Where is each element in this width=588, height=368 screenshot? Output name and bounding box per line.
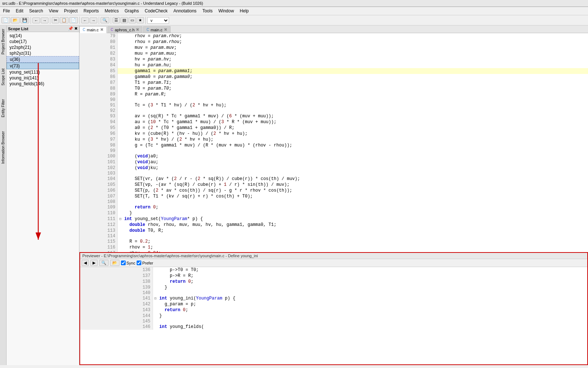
toolbar-new[interactable]: 📄 bbox=[1, 17, 10, 23]
code-line-109: 109 return 0; bbox=[79, 204, 588, 210]
toolbar-dropdown[interactable]: v bbox=[147, 17, 169, 24]
menu-project[interactable]: Project bbox=[61, 8, 81, 14]
menu-metrics[interactable]: Metrics bbox=[102, 8, 122, 14]
scope-pin-icon[interactable]: 📌 bbox=[68, 26, 73, 31]
code-content-84: hu = param.hu; bbox=[123, 62, 588, 68]
prev-content-139: } bbox=[158, 285, 587, 290]
code-line-110: 110 } bbox=[79, 210, 588, 216]
menu-reports[interactable]: Reports bbox=[81, 8, 102, 14]
tab-close-2[interactable]: ✖ bbox=[136, 27, 139, 32]
line-fold-111[interactable]: ⊟ bbox=[118, 216, 123, 222]
scope-header: Scope List 📌 ✖ bbox=[7, 26, 79, 32]
toolbar-save[interactable]: 💾 bbox=[20, 17, 29, 23]
main-layout: Project Browser Scope List Entity Filter… bbox=[0, 26, 588, 365]
tab-close-1[interactable]: ✖ bbox=[100, 27, 103, 32]
prev-fold-141[interactable]: ⊟ bbox=[153, 295, 158, 301]
previewer-open-btn[interactable]: 📂 bbox=[110, 260, 119, 266]
toolbar-open[interactable]: 📂 bbox=[11, 17, 20, 23]
previewer-prefer-checkbox[interactable] bbox=[137, 261, 141, 265]
toolbar-search[interactable]: 🔍 bbox=[101, 17, 109, 23]
menu-tools[interactable]: Tools bbox=[199, 8, 215, 14]
code-content-112: double rhov, rhou, muv, muu, hv, hu, gam… bbox=[123, 222, 588, 228]
scope-item-3[interactable]: sph2yz(31) bbox=[7, 50, 79, 56]
menu-search[interactable]: Search bbox=[26, 8, 46, 14]
line-fold-90 bbox=[118, 97, 123, 102]
tab-information-browser[interactable]: Information Browser bbox=[0, 130, 6, 165]
line-fold-80 bbox=[118, 39, 123, 45]
toolbar-grid3[interactable]: ▭ bbox=[129, 17, 136, 23]
code-line-98: 98 g = (Tc * gamma1 * muv) / (R * (muv +… bbox=[79, 142, 588, 148]
code-content-79: rhov = param.rhov; bbox=[123, 33, 588, 39]
tab-close-3[interactable]: ✖ bbox=[164, 27, 167, 32]
previewer-sync-checkbox[interactable] bbox=[121, 261, 126, 265]
toolbar-cut[interactable]: ✂ bbox=[52, 17, 59, 23]
menu-graphs[interactable]: Graphs bbox=[122, 8, 142, 14]
menu-annotations[interactable]: Annotations bbox=[170, 8, 199, 14]
menu-edit[interactable]: Edit bbox=[13, 8, 26, 14]
previewer-back-btn[interactable]: ◀ bbox=[82, 260, 89, 266]
toolbar-sep-5 bbox=[111, 17, 111, 24]
previewer-sync-check[interactable]: Sync bbox=[121, 261, 135, 265]
line-number-99: 99 bbox=[79, 148, 118, 153]
line-fold-116 bbox=[118, 244, 123, 250]
toolbar-back[interactable]: ← bbox=[81, 17, 89, 23]
toolbar-grid2[interactable]: ▤ bbox=[121, 17, 128, 23]
menu-codecheck[interactable]: CodeCheck bbox=[142, 8, 170, 14]
prev-fold-145 bbox=[153, 319, 158, 324]
scope-item-8[interactable]: young_fields(146) bbox=[7, 81, 79, 87]
tab-main-c-1[interactable]: C main.c ✖ bbox=[79, 26, 107, 33]
scope-item-4[interactable]: u(36) bbox=[7, 56, 79, 63]
line-number-101: 101 bbox=[79, 159, 118, 165]
tab-entity-filter[interactable]: Entity Filter bbox=[0, 98, 6, 119]
tab-main-c-2[interactable]: C main.c ✖ bbox=[143, 26, 170, 33]
code-line-84: 84 hu = param.hu; bbox=[79, 62, 588, 68]
tab-scope-list[interactable]: Scope List bbox=[0, 67, 6, 87]
scope-item-7[interactable]: young_ini(141) bbox=[7, 75, 79, 81]
line-fold-79 bbox=[118, 33, 123, 39]
code-content-89: R = param.R; bbox=[123, 91, 588, 97]
toolbar-copy[interactable]: 📋 bbox=[60, 17, 68, 23]
code-line-94: 94 au = (10 * Tc * gamma1 * muu) / (3 * … bbox=[79, 119, 588, 125]
scope-item-5[interactable]: v(73) bbox=[7, 63, 79, 69]
line-number-114: 114 bbox=[79, 234, 118, 239]
menu-window[interactable]: Window bbox=[215, 8, 237, 14]
prev-fold-143 bbox=[153, 307, 158, 313]
line-number-116: 116 bbox=[79, 244, 118, 250]
previewer-code[interactable]: 136 p->T0 = T0;137 p->R = R;138 return 0… bbox=[80, 267, 587, 364]
title-text: src.udb - E:\Programming\src\aphros-mast… bbox=[2, 1, 203, 5]
code-line-106: 106 SET(p, (2 * av * cos(th)) / sq(r) - … bbox=[79, 188, 588, 193]
previewer-code-table: 136 p->T0 = T0;137 p->R = R;138 return 0… bbox=[80, 267, 587, 330]
scope-item-6[interactable]: young_set(111) bbox=[7, 69, 79, 75]
tab-project-browser[interactable]: Project Browser bbox=[0, 27, 6, 56]
toolbar-forward[interactable]: → bbox=[90, 17, 97, 23]
scope-item-0[interactable]: sq(14) bbox=[7, 33, 79, 39]
menu-help[interactable]: Help bbox=[237, 8, 252, 14]
tab-aphros-c-h[interactable]: C aphros_c.h ✖ bbox=[107, 26, 143, 33]
menu-view[interactable]: View bbox=[46, 8, 61, 14]
toolbar-star[interactable]: ★ bbox=[137, 17, 144, 23]
toolbar-grid1[interactable]: ☰ bbox=[113, 17, 120, 23]
menu-file[interactable]: File bbox=[0, 8, 13, 14]
code-line-95: 95 a0 = (2 * (T0 * gamma1 + gamma0)) / R… bbox=[79, 125, 588, 131]
line-fold-85 bbox=[118, 68, 123, 74]
code-table: 79 rhov = param.rhov;80 rhou = param.rho… bbox=[79, 33, 588, 252]
code-area[interactable]: 79 rhov = param.rhov;80 rhou = param.rho… bbox=[79, 33, 588, 252]
line-fold-82 bbox=[118, 51, 123, 56]
line-fold-114 bbox=[118, 234, 123, 239]
toolbar-undo[interactable]: ← bbox=[32, 17, 40, 23]
previewer-search-btn[interactable]: 🔍 bbox=[99, 260, 109, 266]
code-line-82: 82 muu = param.muu; bbox=[79, 51, 588, 56]
toolbar-redo[interactable]: → bbox=[41, 17, 48, 23]
previewer-forward-btn[interactable]: ▶ bbox=[90, 260, 98, 266]
scope-item-1[interactable]: cube(17) bbox=[7, 39, 79, 44]
toolbar-sep-6 bbox=[145, 17, 146, 24]
previewer-sync-label: Sync bbox=[126, 261, 135, 265]
scope-item-2[interactable]: yz2sph(21) bbox=[7, 44, 79, 50]
code-line-114: 114 bbox=[79, 234, 588, 239]
line-number-96: 96 bbox=[79, 131, 118, 137]
prev-content-146: int young_fields( bbox=[158, 324, 587, 330]
scope-close-icon[interactable]: ✖ bbox=[74, 26, 78, 31]
line-number-98: 98 bbox=[79, 142, 118, 148]
toolbar-paste[interactable]: 📄 bbox=[69, 17, 78, 23]
previewer-prefer-check[interactable]: Prefer bbox=[137, 261, 153, 265]
